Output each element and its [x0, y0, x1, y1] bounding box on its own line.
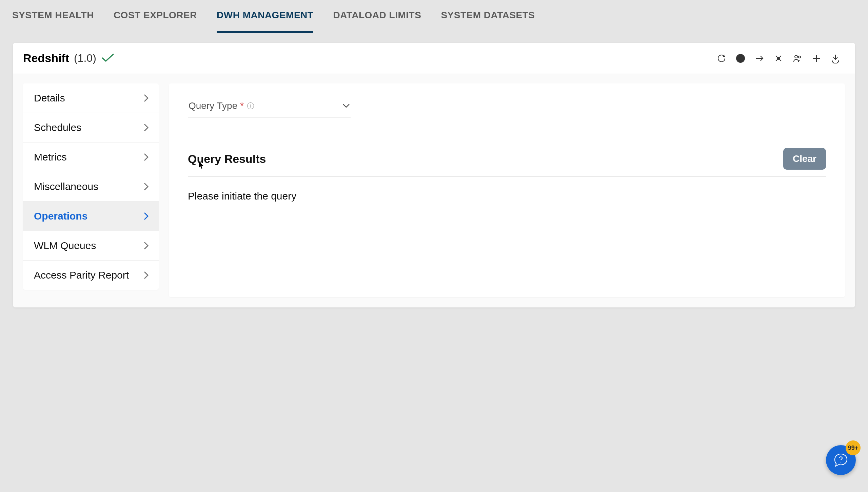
top-tabs: SYSTEM HEALTH COST EXPLORER DWH MANAGEME…: [0, 0, 868, 33]
download-icon[interactable]: [829, 52, 842, 64]
sidebar-item-schedules[interactable]: Schedules: [23, 113, 159, 143]
query-type-select[interactable]: Query Type * i: [188, 97, 351, 117]
checkmark-icon: [101, 53, 115, 64]
tab-system-health[interactable]: SYSTEM HEALTH: [12, 10, 94, 23]
tab-dwh-management[interactable]: DWH MANAGEMENT: [217, 10, 313, 23]
tools-icon[interactable]: [772, 52, 785, 64]
chevron-down-icon: [342, 103, 350, 108]
refresh-icon[interactable]: [715, 52, 728, 64]
clear-button[interactable]: Clear: [783, 148, 826, 170]
chevron-right-icon: [143, 152, 149, 162]
card-header: Redshift (1.0): [13, 43, 855, 74]
tab-dataload-limits[interactable]: DATALOAD LIMITS: [333, 10, 421, 23]
tab-cost-explorer[interactable]: COST EXPLORER: [114, 10, 197, 23]
query-type-label: Query Type * i: [189, 100, 254, 111]
sidebar-item-details[interactable]: Details: [23, 83, 159, 113]
status-dot-icon[interactable]: [734, 52, 747, 64]
chevron-right-icon: [143, 93, 149, 103]
svg-point-2: [798, 56, 801, 58]
sidebar-item-label: Metrics: [34, 151, 67, 163]
chat-help-icon: [833, 452, 849, 468]
chevron-right-icon: [143, 211, 149, 221]
query-type-label-text: Query Type: [189, 100, 237, 111]
required-asterisk: *: [240, 100, 244, 111]
tab-label: DWH MANAGEMENT: [217, 10, 313, 20]
sidebar-item-label: WLM Queues: [34, 240, 96, 251]
chevron-right-icon: [143, 270, 149, 280]
plus-icon[interactable]: [810, 52, 823, 64]
sidebar-item-access-parity-report[interactable]: Access Parity Report: [23, 261, 159, 290]
info-icon: i: [247, 102, 254, 109]
arrow-right-icon[interactable]: [753, 52, 766, 64]
tab-system-datasets[interactable]: SYSTEM DATASETS: [441, 10, 535, 23]
sidebar-item-label: Miscellaneous: [34, 181, 98, 192]
sidebar-item-metrics[interactable]: Metrics: [23, 143, 159, 172]
page-title: Redshift: [23, 52, 69, 65]
chevron-right-icon: [143, 123, 149, 132]
page-version: (1.0): [74, 52, 96, 64]
users-icon[interactable]: [791, 52, 804, 64]
main-card: Redshift (1.0): [13, 43, 855, 307]
svg-point-3: [841, 462, 841, 462]
header-toolbar: [715, 52, 842, 64]
fab-badge: 99+: [846, 440, 861, 455]
chevron-right-icon: [143, 182, 149, 191]
results-header: Query Results Clear: [188, 148, 826, 177]
results-title: Query Results: [188, 152, 266, 166]
sidebar-item-operations[interactable]: Operations: [23, 202, 159, 231]
help-fab[interactable]: 99+: [826, 445, 856, 475]
results-body: Please initiate the query: [188, 190, 826, 202]
sidebar-item-label: Operations: [34, 210, 87, 222]
svg-point-1: [795, 55, 797, 58]
content-panel: Query Type * i Query Results Clear Pleas…: [169, 83, 845, 297]
chevron-right-icon: [143, 241, 149, 250]
sidebar-item-miscellaneous[interactable]: Miscellaneous: [23, 172, 159, 202]
tab-label: COST EXPLORER: [114, 10, 197, 20]
sidebar-item-label: Access Parity Report: [34, 269, 129, 281]
tab-label: SYSTEM DATASETS: [441, 10, 535, 20]
sidebar-item-label: Schedules: [34, 122, 81, 133]
card-title-wrap: Redshift (1.0): [23, 52, 115, 65]
card-body: Details Schedules Metrics Miscellaneous …: [13, 74, 855, 307]
sidebar-item-wlm-queues[interactable]: WLM Queues: [23, 231, 159, 261]
sidebar-item-label: Details: [34, 92, 65, 104]
sidebar: Details Schedules Metrics Miscellaneous …: [23, 83, 159, 290]
tab-label: DATALOAD LIMITS: [333, 10, 421, 20]
tab-label: SYSTEM HEALTH: [12, 10, 94, 20]
